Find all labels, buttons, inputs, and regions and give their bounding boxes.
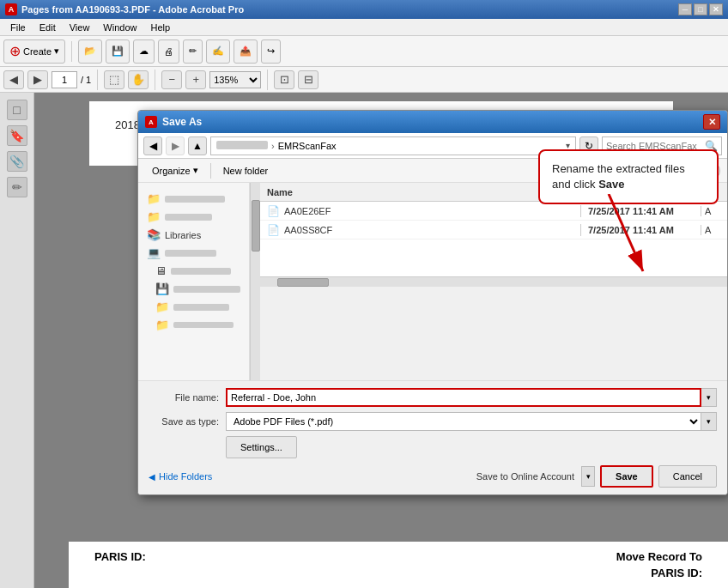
nav-item-2[interactable]: 📁 — [142, 208, 246, 226]
save-as-dialog: A Save As ✕ ◀ ▶ ▲ › EMRScanFax — [137, 110, 728, 495]
filename-dropdown-arrow[interactable]: ▾ — [701, 388, 717, 407]
nav-item-1[interactable]: 📁 — [142, 190, 246, 208]
col-name[interactable]: Name — [260, 187, 581, 197]
zoom-in-button[interactable]: + — [185, 70, 206, 89]
maximize-button[interactable]: □ — [694, 3, 707, 15]
menu-view[interactable]: View — [63, 21, 97, 34]
file-list-scrollbar-h[interactable] — [260, 276, 727, 287]
hide-folders-button[interactable]: ◀ Hide Folders — [149, 471, 212, 482]
menu-window[interactable]: Window — [96, 21, 143, 34]
share-button[interactable]: ☁ — [133, 39, 155, 64]
nav-item-computer-label — [165, 250, 216, 257]
panel-icon-3[interactable]: 📎 — [7, 151, 27, 172]
panel-icon-1[interactable]: □ — [7, 100, 27, 120]
minimize-button[interactable]: ─ — [678, 3, 692, 15]
savetype-label: Save as type: — [149, 416, 226, 427]
fit-width-button[interactable]: ⊟ — [298, 70, 318, 89]
edit-button[interactable]: ✏ — [183, 39, 203, 64]
savetype-select[interactable]: Adobe PDF Files (*.pdf) — [226, 412, 701, 431]
save-button[interactable]: Save — [600, 465, 653, 488]
nav-item-libraries[interactable]: 📚 Libraries — [142, 226, 246, 244]
menu-file[interactable]: File — [3, 21, 33, 34]
nav-icon-4: 🖥 — [155, 264, 167, 277]
left-nav-scrollbar[interactable] — [250, 183, 260, 380]
doc-area: 2018/Jul/10 7:32:49 PM HIM 6048068806 PA… — [34, 93, 728, 588]
file-date-1: 7/25/2017 11:41 AM — [581, 206, 701, 216]
file-row-2[interactable]: 📄 AA0SS8CF 7/25/2017 11:41 AM A — [260, 221, 727, 239]
dialog-title: Save As — [162, 116, 703, 128]
nav-bar: ◀ ▶ / 1 ⬚ ✋ − + 135% 100% 75% ⊡ ⊟ — [0, 67, 728, 93]
menu-help[interactable]: Help — [143, 21, 177, 34]
dialog-up-button[interactable]: ▲ — [188, 136, 207, 155]
hand-tool-button[interactable]: ✋ — [128, 70, 149, 89]
file-date-2: 7/25/2017 11:41 AM — [581, 225, 701, 235]
breadcrumb-arrow: › — [271, 141, 275, 151]
window-title: Pages from AA190693-3.PDF - Adobe Acroba… — [21, 4, 678, 15]
export-button[interactable]: 📤 — [234, 39, 258, 64]
folder-icon-1: 📁 — [147, 192, 161, 205]
dialog-back-button[interactable]: ◀ — [143, 136, 162, 155]
forward-button[interactable]: ↪ — [261, 39, 281, 64]
nav-item-computer[interactable]: 💻 — [142, 244, 246, 262]
nav-icon-5: 💾 — [155, 282, 169, 295]
page-total: / 1 — [81, 75, 91, 85]
file-type-2: A — [701, 225, 727, 235]
settings-row: Settings... — [149, 436, 717, 458]
filename-input[interactable] — [226, 388, 701, 407]
menu-edit[interactable]: Edit — [33, 21, 63, 34]
toolbar-separator — [71, 41, 72, 62]
current-folder: EMRScanFax — [278, 141, 337, 151]
nav-item-5[interactable]: 💾 — [142, 280, 246, 298]
savetype-dropdown-arrow[interactable]: ▾ — [701, 412, 717, 431]
save-to-online-label[interactable]: Save to Online Account — [470, 469, 581, 484]
save-button[interactable]: 💾 — [106, 39, 130, 64]
nav-separator — [97, 70, 98, 90]
file-list-container: Name Date modified T 📄 AA0E26EF 7/25 — [260, 183, 727, 380]
nav-icon-6: 📁 — [155, 300, 169, 313]
zoom-select[interactable]: 135% 100% 75% — [209, 71, 261, 88]
select-tool-button[interactable]: ⬚ — [104, 70, 124, 89]
next-page-button[interactable]: ▶ — [27, 70, 48, 89]
callout-wrapper: Rename the extracted files and click Sav… — [538, 149, 719, 204]
main-area: □ 🔖 📎 ✏ 2018/Jul/10 7:32:49 PM HIM 60480… — [0, 93, 728, 588]
close-button[interactable]: ✕ — [709, 3, 723, 15]
dialog-close-button[interactable]: ✕ — [703, 114, 720, 130]
dialog-app-icon: A — [145, 116, 157, 128]
print-button[interactable]: 🖨 — [158, 39, 179, 64]
dialog-body: 📁 📁 📚 Libraries — [138, 183, 727, 380]
computer-icon: 💻 — [147, 246, 161, 259]
organize-button[interactable]: Organize ▾ — [145, 163, 205, 178]
filename-label: File name: — [149, 392, 226, 403]
save-to-online-arrow[interactable]: ▾ — [581, 466, 595, 487]
settings-button[interactable]: Settings... — [226, 436, 297, 458]
new-folder-button[interactable]: New folder — [216, 164, 276, 178]
nav-item-7-label — [173, 322, 234, 328]
nav-item-6[interactable]: 📁 — [142, 298, 246, 316]
callout-bubble: Rename the extracted files and click Sav… — [538, 149, 719, 204]
fit-page-button[interactable]: ⊡ — [274, 70, 294, 89]
main-toolbar: ⊕ Create ▾ 📂 💾 ☁ 🖨 ✏ ✍ 📤 ↪ — [0, 36, 728, 67]
open-button[interactable]: 📂 — [78, 39, 102, 64]
prev-page-button[interactable]: ◀ — [3, 70, 24, 89]
zoom-out-button[interactable]: − — [161, 70, 182, 89]
nav-separator2 — [155, 70, 155, 90]
panel-icon-4[interactable]: ✏ — [7, 177, 27, 197]
nav-item-5-label — [173, 286, 240, 293]
pdf-icon-2: 📄 — [267, 224, 280, 236]
create-button[interactable]: ⊕ Create ▾ — [3, 39, 65, 64]
panel-icon-2[interactable]: 🔖 — [7, 125, 27, 146]
chevron-icon: ◀ — [149, 472, 155, 482]
sign-button[interactable]: ✍ — [206, 39, 230, 64]
scrollbar-h-thumb — [277, 278, 329, 287]
libraries-icon: 📚 — [147, 228, 161, 241]
nav-item-7[interactable]: 📁 — [142, 316, 246, 334]
cancel-button[interactable]: Cancel — [658, 465, 717, 488]
dialog-forward-button[interactable]: ▶ — [166, 136, 185, 155]
title-bar: A Pages from AA190693-3.PDF - Adobe Acro… — [0, 0, 728, 19]
app-icon: A — [5, 3, 17, 15]
address-box: › EMRScanFax ▾ — [210, 136, 576, 155]
file-name-1: 📄 AA0E26EF — [260, 205, 581, 217]
nav-item-libraries-label: Libraries — [165, 230, 201, 240]
nav-item-4[interactable]: 🖥 — [142, 262, 246, 280]
page-number-input[interactable] — [52, 71, 77, 88]
